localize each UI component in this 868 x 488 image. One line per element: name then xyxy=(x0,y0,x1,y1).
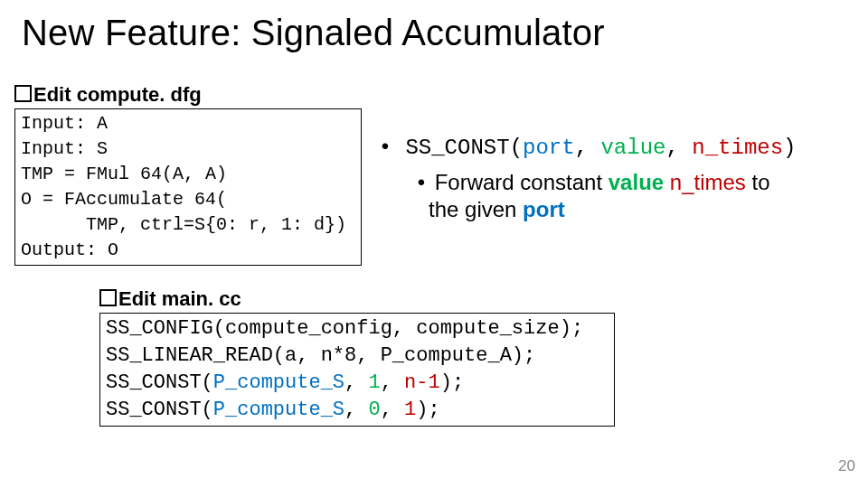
edit-compute-filename: compute. dfg xyxy=(77,83,202,106)
code-line: TMP, ctrl=S{0: r, 1: d}) xyxy=(21,214,346,235)
api-sub-ntimes: n_times xyxy=(670,170,746,194)
code-arg-n: 1 xyxy=(404,399,416,421)
code-arg-value: 1 xyxy=(368,371,380,394)
code-line: SS_LINEAR_READ(a, n*8, P_compute_A); xyxy=(106,344,535,367)
code-line-prefix: SS_CONST( xyxy=(106,399,213,421)
api-sub-pre: Forward constant xyxy=(435,170,609,194)
code-line: TMP = FMul 64(A, A) xyxy=(21,164,227,184)
code-sep: , xyxy=(344,399,368,421)
code-sep: , xyxy=(344,371,368,394)
api-sub-post1: to xyxy=(746,170,770,194)
code-block-compute-dfg: Input: A Input: S TMP = FMul 64(A, A) O … xyxy=(14,108,362,266)
code-line: Output: O xyxy=(21,239,118,260)
api-arg-value: value xyxy=(600,136,665,160)
code-arg-n: n-1 xyxy=(404,371,440,394)
edit-compute-label: Edit compute. dfg xyxy=(14,83,202,107)
code-line-suffix: ); xyxy=(440,371,464,394)
api-description: • SS_CONST(port, value, n_times) • Forwa… xyxy=(378,136,797,223)
code-arg-value: 0 xyxy=(368,399,380,421)
edit-main-label: Edit main. cc xyxy=(99,287,241,311)
api-arg-ntimes: n_times xyxy=(692,136,783,160)
api-sub-post2: the given xyxy=(429,197,523,221)
code-block-main-cc: SS_CONFIG(compute_config, compute_size);… xyxy=(99,313,615,427)
edit-compute-prefix: Edit xyxy=(33,83,77,106)
code-sep: , xyxy=(381,371,404,394)
code-line-prefix: SS_CONST( xyxy=(106,371,213,394)
code-line: Input: S xyxy=(21,138,108,159)
page-number: 20 xyxy=(838,457,855,475)
code-line-suffix: ); xyxy=(416,399,439,421)
page-title: New Feature: Signaled Accumulator xyxy=(22,13,605,53)
edit-main-prefix: Edit xyxy=(118,287,162,310)
checkbox-icon xyxy=(99,289,117,306)
edit-main-filename: main. cc xyxy=(162,287,241,310)
code-arg-port: P_compute_S xyxy=(213,371,344,394)
bullet-icon: • xyxy=(414,169,429,196)
code-line: O = FAccumulate 64( xyxy=(21,189,227,210)
code-sep: , xyxy=(381,399,404,421)
api-arg-port: port xyxy=(523,136,575,160)
api-sub-value: value xyxy=(609,170,664,194)
code-line: SS_CONFIG(compute_config, compute_size); xyxy=(106,317,583,340)
code-line: Input: A xyxy=(21,113,108,134)
api-signature: • SS_CONST(port, value, n_times) xyxy=(378,136,797,160)
api-sub-mid xyxy=(664,170,670,194)
api-subtext: • Forward constant value n_times to the … xyxy=(414,169,797,223)
slide: New Feature: Signaled Accumulator Edit c… xyxy=(0,0,868,488)
code-arg-port: P_compute_S xyxy=(213,399,344,421)
api-sub-port: port xyxy=(523,197,565,221)
api-fn: SS_CONST xyxy=(405,136,509,160)
bullet-icon: • xyxy=(378,136,392,160)
checkbox-icon xyxy=(14,85,32,102)
